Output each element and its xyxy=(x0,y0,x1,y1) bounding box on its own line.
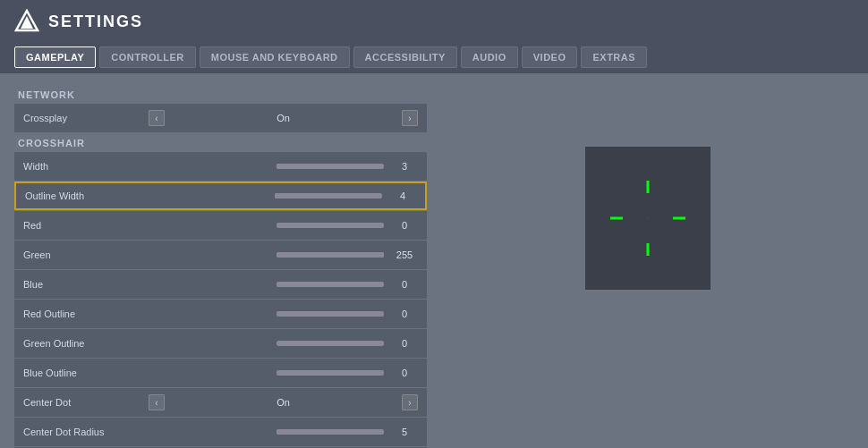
slider-center-dot-radius: 5 xyxy=(149,427,418,437)
slider-value-green: 255 xyxy=(391,249,418,260)
slider-bar-green-outline[interactable] xyxy=(277,341,384,346)
slider-bar-red[interactable] xyxy=(277,223,384,228)
label-blue: Blue xyxy=(23,279,149,290)
crosshair-center-dot xyxy=(646,217,649,220)
slider-bar-outline-width[interactable] xyxy=(275,193,382,199)
slider-width: 3 xyxy=(149,161,418,172)
slider-value-red: 0 xyxy=(391,220,418,231)
slider-value-center-dot-radius: 5 xyxy=(391,427,418,437)
slider-blue: 0 xyxy=(149,279,418,290)
label-green: Green xyxy=(23,249,149,260)
tab-mouse-keyboard[interactable]: MOUSE AND KEYBOARD xyxy=(200,46,350,68)
section-title-network: NETWORK xyxy=(14,84,427,104)
tabs-bar: GAMEPLAY CONTROLLER MOUSE AND KEYBOARD A… xyxy=(0,41,868,73)
slider-blue-outline: 0 xyxy=(149,368,418,378)
tab-audio[interactable]: AUDIO xyxy=(461,46,518,68)
label-red: Red xyxy=(23,220,149,231)
crosshair-settings-wrapper: Width 3 Outline Width 4 xyxy=(14,152,427,448)
crosshair-line-bottom xyxy=(646,243,649,256)
slider-bar-width[interactable] xyxy=(277,164,384,169)
slider-value-outline-width: 4 xyxy=(389,190,416,201)
slider-fill-center-dot-radius xyxy=(277,429,325,435)
preview-area xyxy=(441,84,854,439)
page-title: SETTINGS xyxy=(48,13,143,31)
setting-row-blue-outline: Blue Outline 0 xyxy=(14,359,427,387)
tab-extras[interactable]: EXTRAS xyxy=(581,46,647,68)
slider-bar-red-outline[interactable] xyxy=(277,311,384,317)
crossplay-arrow-right[interactable]: › xyxy=(402,110,418,126)
slider-red: 0 xyxy=(149,220,418,231)
tab-accessibility[interactable]: ACCESSIBILITY xyxy=(353,46,457,68)
crossplay-arrow-left[interactable]: ‹ xyxy=(149,110,165,126)
slider-value-red-outline: 0 xyxy=(391,309,418,319)
center-dot-value: On xyxy=(172,397,395,408)
crosshair-line-top xyxy=(646,181,649,193)
slider-value-green-outline: 0 xyxy=(391,338,418,349)
slider-value-blue: 0 xyxy=(391,279,418,290)
slider-fill-outline-width xyxy=(275,193,328,199)
crosshair-line-right xyxy=(673,217,685,220)
slider-fill-green xyxy=(277,252,384,258)
tab-controller[interactable]: CONTROLLER xyxy=(99,46,195,68)
logo-icon xyxy=(14,9,39,34)
slider-green: 255 xyxy=(149,249,418,260)
label-outline-width: Outline Width xyxy=(25,190,150,201)
header: SETTINGS xyxy=(0,0,868,41)
crosshair-line-left xyxy=(610,217,623,220)
slider-green-outline: 0 xyxy=(149,338,418,349)
setting-row-width: Width 3 xyxy=(14,152,427,181)
setting-row-blue: Blue 0 xyxy=(14,270,427,299)
label-blue-outline: Blue Outline xyxy=(23,368,149,378)
slider-fill-width xyxy=(277,164,318,169)
label-width: Width xyxy=(23,161,149,172)
center-dot-arrow-left[interactable]: ‹ xyxy=(149,394,165,410)
crosshair-preview xyxy=(585,147,711,290)
setting-row-center-dot: Center Dot ‹ On › xyxy=(14,388,427,417)
setting-row-crossplay: Crossplay ‹ On › xyxy=(14,104,427,132)
slider-red-outline: 0 xyxy=(149,309,418,319)
setting-row-green-outline: Green Outline 0 xyxy=(14,329,427,358)
setting-row-red-outline: Red Outline 0 xyxy=(14,300,427,328)
setting-row-outline-width: Outline Width 4 xyxy=(14,182,427,210)
label-center-dot: Center Dot xyxy=(23,397,149,408)
slider-bar-blue-outline[interactable] xyxy=(277,370,384,376)
crossplay-toggle-control: ‹ On › xyxy=(149,110,418,126)
slider-bar-center-dot-radius[interactable] xyxy=(277,429,384,435)
setting-row-center-dot-radius: Center Dot Radius 5 xyxy=(14,418,427,446)
setting-row-red: Red 0 xyxy=(14,211,427,240)
center-dot-toggle-control: ‹ On › xyxy=(149,394,418,410)
main-content: NETWORK Crossplay ‹ On › CROSSHAIR Width xyxy=(0,73,868,448)
section-title-crosshair: CROSSHAIR xyxy=(14,132,427,152)
crosshair-settings-list: Width 3 Outline Width 4 xyxy=(14,152,427,448)
slider-value-blue-outline: 0 xyxy=(391,368,418,378)
tab-gameplay[interactable]: GAMEPLAY xyxy=(14,46,96,68)
label-red-outline: Red Outline xyxy=(23,309,149,319)
tab-video[interactable]: VIDEO xyxy=(522,46,578,68)
slider-outline-width: 4 xyxy=(150,190,416,201)
slider-bar-green[interactable] xyxy=(277,252,384,258)
network-settings-list: Crossplay ‹ On › xyxy=(14,104,427,132)
label-center-dot-radius: Center Dot Radius xyxy=(23,427,149,437)
crossplay-value: On xyxy=(172,113,395,123)
slider-value-width: 3 xyxy=(391,161,418,172)
setting-row-green: Green 255 xyxy=(14,241,427,269)
label-green-outline: Green Outline xyxy=(23,338,149,349)
slider-bar-blue[interactable] xyxy=(277,282,384,287)
settings-panel: NETWORK Crossplay ‹ On › CROSSHAIR Width xyxy=(14,84,427,439)
center-dot-arrow-right[interactable]: › xyxy=(402,394,418,410)
setting-label-crossplay: Crossplay xyxy=(23,113,149,123)
